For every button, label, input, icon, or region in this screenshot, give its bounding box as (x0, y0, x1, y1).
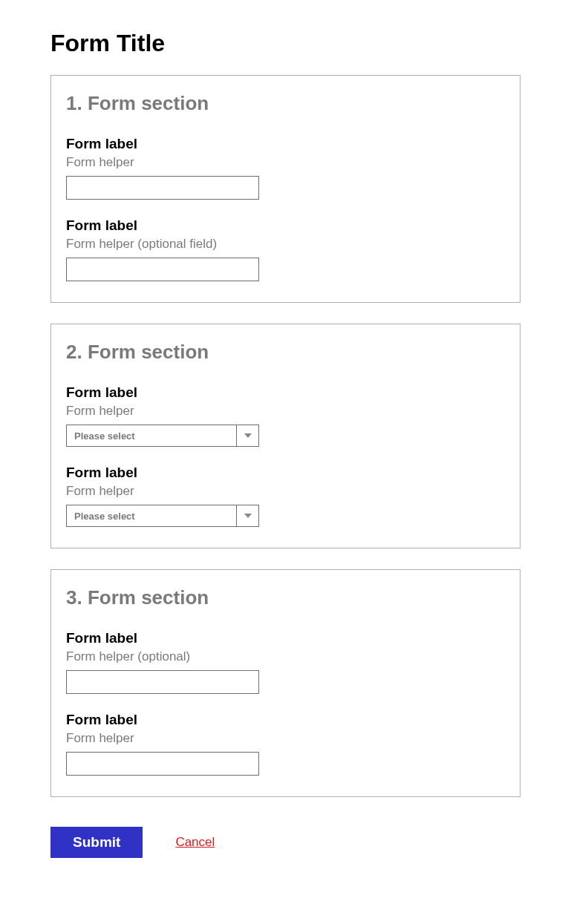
submit-button[interactable]: Submit (50, 827, 143, 858)
field-label: Form label (66, 384, 505, 401)
field-helper: Form helper (optional) (66, 649, 505, 664)
form-title: Form Title (50, 30, 521, 57)
field-label: Form label (66, 630, 505, 646)
select-placeholder: Please select (67, 505, 236, 526)
select-arrow-box (236, 505, 258, 526)
field-label: Form label (66, 217, 505, 234)
form-section-3: 3. Form section Form label Form helper (… (50, 569, 521, 797)
chevron-down-icon (244, 514, 252, 518)
field-group: Form label Form helper (66, 136, 505, 200)
form-actions: Submit Cancel (50, 827, 521, 858)
select-placeholder: Please select (67, 425, 236, 446)
field-group: Form label Form helper Please select (66, 465, 505, 527)
form-section-2: 2. Form section Form label Form helper P… (50, 324, 521, 548)
field-helper: Form helper (66, 731, 505, 746)
field-helper: Form helper (optional field) (66, 237, 505, 252)
section-heading: 2. Form section (66, 341, 505, 364)
text-input[interactable] (66, 752, 259, 776)
field-helper: Form helper (66, 484, 505, 499)
section-heading: 3. Form section (66, 586, 505, 609)
text-input[interactable] (66, 670, 259, 694)
field-group: Form label Form helper Please select (66, 384, 505, 447)
chevron-down-icon (244, 433, 252, 438)
field-helper: Form helper (66, 155, 505, 170)
section-heading: 1. Form section (66, 92, 505, 115)
select-arrow-box (236, 425, 258, 446)
field-helper: Form helper (66, 404, 505, 419)
field-label: Form label (66, 136, 505, 152)
field-group: Form label Form helper (optional field) (66, 217, 505, 281)
select-dropdown[interactable]: Please select (66, 425, 259, 447)
cancel-link[interactable]: Cancel (175, 835, 215, 850)
text-input[interactable] (66, 176, 259, 200)
form-section-1: 1. Form section Form label Form helper F… (50, 75, 521, 303)
field-group: Form label Form helper (66, 712, 505, 776)
field-group: Form label Form helper (optional) (66, 630, 505, 694)
field-label: Form label (66, 465, 505, 481)
select-dropdown[interactable]: Please select (66, 505, 259, 527)
field-label: Form label (66, 712, 505, 728)
text-input[interactable] (66, 258, 259, 281)
